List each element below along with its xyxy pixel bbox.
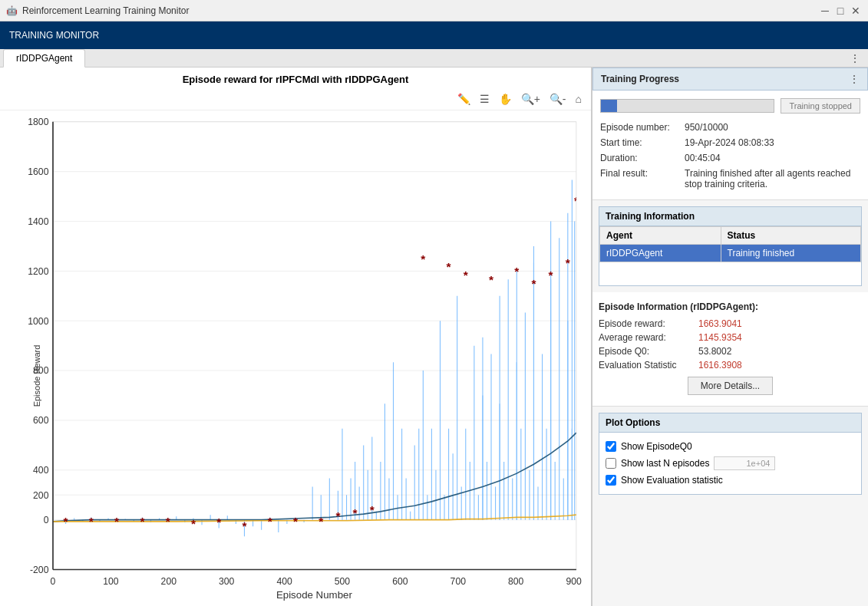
svg-text:700: 700 <box>451 576 467 587</box>
svg-text:-200: -200 <box>30 565 49 575</box>
svg-text:100: 100 <box>103 576 119 587</box>
svg-text:*: * <box>89 515 94 528</box>
episode-reward-row: Episode reward: 1663.9041 <box>599 317 862 331</box>
training-progress-content: Training stopped Episode number: 950/100… <box>592 91 868 200</box>
agent-table: Agent Status rIDDPGAgent Training finish… <box>599 226 861 262</box>
chart-panel: Episode reward for rIPFCMdl with rIDDPGA… <box>0 68 592 606</box>
last-n-input[interactable] <box>714 456 775 470</box>
show-last-n-label: Show last N episodes <box>621 458 709 469</box>
legend-button[interactable]: ☰ <box>477 91 493 107</box>
show-eval-label: Show Evaluation statistic <box>621 475 723 486</box>
svg-text:*: * <box>447 261 451 274</box>
svg-text:1600: 1600 <box>28 166 48 177</box>
agent-col-header: Agent <box>600 227 721 245</box>
svg-text:*: * <box>318 515 323 528</box>
training-stopped-button[interactable]: Training stopped <box>781 98 860 114</box>
svg-text:500: 500 <box>335 576 351 587</box>
show-episodeq0-checkbox[interactable] <box>606 441 616 452</box>
final-result-row: Final result: Training finished after al… <box>600 166 860 192</box>
menu-title: TRAINING MONITOR <box>9 30 99 41</box>
plot-options-content: Show EpisodeQ0 Show last N episodes Show… <box>599 433 861 494</box>
svg-text:0: 0 <box>51 576 56 587</box>
more-details-button[interactable]: More Details... <box>688 377 773 395</box>
svg-rect-1 <box>53 122 576 570</box>
svg-text:*: * <box>114 515 119 528</box>
svg-text:600: 600 <box>33 415 49 426</box>
duration-row: Duration: 00:45:04 <box>600 150 860 166</box>
show-eval-row: Show Evaluation statistic <box>606 473 855 488</box>
main-container: rIDDPGAgent ⋮ Episode reward for rIPFCMd… <box>0 49 868 606</box>
svg-text:1400: 1400 <box>28 216 48 227</box>
app-icon: 🤖 <box>6 5 18 16</box>
svg-text:200: 200 <box>161 576 177 587</box>
svg-text:*: * <box>166 515 170 528</box>
chart-toolbar: ✏️ ☰ ✋ 🔍+ 🔍- ⌂ <box>0 88 591 110</box>
svg-text:*: * <box>64 515 68 528</box>
title-bar: 🤖 Reinforcement Learning Training Monito… <box>0 0 868 21</box>
table-row[interactable]: rIDDPGAgent Training finished <box>600 245 861 262</box>
svg-text:400: 400 <box>276 576 292 587</box>
svg-text:1800: 1800 <box>28 117 48 127</box>
svg-text:*: * <box>191 518 196 531</box>
show-eval-checkbox[interactable] <box>606 475 616 486</box>
svg-text:*: * <box>549 268 553 282</box>
svg-text:*: * <box>514 265 519 278</box>
svg-text:*: * <box>140 515 144 528</box>
plot-options-section: Plot Options Show EpisodeQ0 Show last N … <box>599 413 862 495</box>
tab-rIDDPGAgent[interactable]: rIDDPGAgent <box>3 49 85 68</box>
training-progress-menu-button[interactable]: ⋮ <box>849 73 860 85</box>
training-info-header: Training Information <box>599 207 861 226</box>
svg-text:*: * <box>293 515 298 528</box>
window-title: Reinforcement Learning Training Monitor <box>22 5 189 16</box>
zoom-in-button[interactable]: 🔍+ <box>518 91 543 107</box>
svg-text:600: 600 <box>392 576 408 587</box>
training-info-section: Training Information Agent Status rIDDPG… <box>599 206 862 286</box>
svg-text:900: 900 <box>566 576 582 587</box>
svg-text:1000: 1000 <box>28 316 48 327</box>
svg-text:300: 300 <box>219 576 235 587</box>
minimize-button[interactable]: ─ <box>819 5 831 17</box>
start-time-row: Start time: 19-Apr-2024 08:08:33 <box>600 135 860 150</box>
episode-q0-row: Episode Q0: 53.8002 <box>599 344 862 358</box>
episode-number-row: Episode number: 950/10000 <box>600 120 860 135</box>
svg-text:*: * <box>464 268 468 282</box>
plot-options-header: Plot Options <box>599 413 861 433</box>
maximize-button[interactable]: □ <box>834 5 847 17</box>
svg-text:200: 200 <box>33 490 49 501</box>
svg-text:Episode Number: Episode Number <box>276 590 353 601</box>
progress-bar-row: Training stopped <box>600 98 860 114</box>
svg-text:*: * <box>242 519 246 532</box>
show-episodeq0-row: Show EpisodeQ0 <box>606 439 855 454</box>
chart-title: Episode reward for rIPFCMdl with rIDDPGA… <box>0 68 591 88</box>
svg-text:*: * <box>216 515 221 529</box>
svg-text:*: * <box>268 515 272 528</box>
agent-name-cell: rIDDPGAgent <box>600 245 721 262</box>
tab-more-button[interactable]: ⋮ <box>845 52 865 64</box>
svg-text:*: * <box>335 509 340 522</box>
edit-plot-button[interactable]: ✏️ <box>454 91 474 107</box>
agent-status-cell: Training finished <box>721 245 860 262</box>
status-col-header: Status <box>721 227 860 245</box>
svg-text:1200: 1200 <box>28 266 48 277</box>
right-panel: Training Progress ⋮ Training stopped Epi… <box>592 68 868 606</box>
show-last-n-checkbox[interactable] <box>606 458 616 469</box>
home-button[interactable]: ⌂ <box>573 91 585 107</box>
close-button[interactable]: ✕ <box>850 5 862 17</box>
zoom-out-button[interactable]: 🔍- <box>546 91 569 107</box>
svg-text:800: 800 <box>508 576 524 587</box>
progress-bar-background <box>600 99 774 113</box>
svg-text:*: * <box>370 503 375 516</box>
svg-text:*: * <box>566 256 570 269</box>
show-episodeq0-label: Show EpisodeQ0 <box>621 441 692 452</box>
svg-text:*: * <box>531 277 536 290</box>
content-area: Episode reward for rIPFCMdl with rIDDPGA… <box>0 68 868 606</box>
svg-text:*: * <box>353 507 358 520</box>
pan-button[interactable]: ✋ <box>496 91 515 107</box>
average-reward-row: Average reward: 1145.9354 <box>599 331 862 344</box>
svg-text:0: 0 <box>44 515 49 525</box>
eval-stat-row: Evaluation Statistic 1616.3908 <box>599 358 862 372</box>
svg-text:*: * <box>489 273 493 286</box>
tab-bar: rIDDPGAgent ⋮ <box>0 49 868 68</box>
episode-info-title: Episode Information (rIDDPGAgent): <box>599 298 862 317</box>
window-controls: ─ □ ✕ <box>819 5 862 17</box>
